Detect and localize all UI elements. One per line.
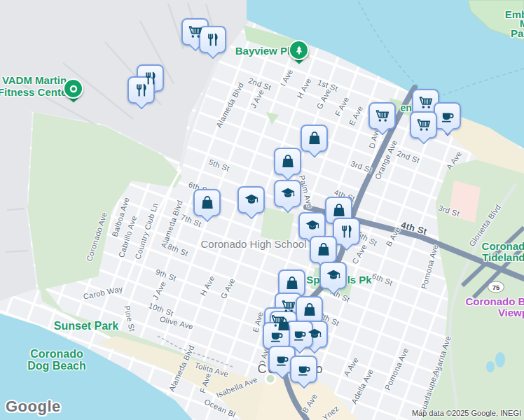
google-logo[interactable]: Google <box>6 398 61 416</box>
shopping-bag-marker[interactable] <box>274 148 301 175</box>
school-marker[interactable] <box>274 180 301 207</box>
coffee-cup-icon <box>296 362 312 377</box>
coffee-cup-icon <box>269 328 284 344</box>
shopping-bag-icon <box>331 203 347 218</box>
shopping-cart-icon <box>416 118 432 133</box>
restaurant-icon <box>134 83 149 98</box>
shopping-bag-icon <box>280 154 296 169</box>
shopping-bag-marker[interactable] <box>310 236 337 263</box>
shopping-cart-icon <box>281 299 296 314</box>
shopping-bag-icon <box>316 242 331 258</box>
shopping-cart-marker[interactable] <box>368 102 396 130</box>
park-tree-pin[interactable] <box>289 40 309 60</box>
graduation-cap-icon <box>305 218 320 234</box>
school-marker[interactable] <box>319 262 347 289</box>
graduation-cap-icon <box>307 327 322 342</box>
shopping-bag-icon <box>284 276 300 291</box>
shopping-bag-marker[interactable] <box>193 189 221 216</box>
shopping-bag-marker[interactable] <box>296 296 323 323</box>
shopping-bag-marker[interactable] <box>301 125 328 152</box>
cafe-marker[interactable] <box>434 102 461 130</box>
cafe-marker[interactable] <box>290 356 317 383</box>
graduation-cap-icon <box>326 268 341 284</box>
shopping-cart-icon <box>418 95 434 111</box>
coffee-cup-icon <box>292 327 308 342</box>
shopping-bag-icon <box>302 302 317 318</box>
ring-icon <box>68 83 79 94</box>
graduation-cap-icon <box>280 186 296 202</box>
shopping-cart-marker[interactable] <box>410 111 437 139</box>
tree-icon <box>294 45 305 56</box>
restaurant-icon <box>339 224 354 239</box>
shopping-cart-icon <box>188 24 203 40</box>
shopping-bag-icon <box>200 195 215 211</box>
markers-layer <box>0 0 524 420</box>
restaurant-icon <box>205 32 221 48</box>
restaurant-marker[interactable] <box>199 26 226 53</box>
shopping-cart-icon <box>375 108 390 124</box>
coffee-cup-icon <box>275 352 290 368</box>
map-viewport[interactable]: Alameda Blvd2nd StJ AveI AveH AveG AveF … <box>0 0 524 420</box>
fitness-pin[interactable] <box>63 78 83 99</box>
coffee-cup-icon <box>440 108 455 124</box>
shopping-bag-icon <box>307 131 322 146</box>
graduation-cap-icon <box>244 192 259 208</box>
school-marker[interactable] <box>237 186 265 214</box>
